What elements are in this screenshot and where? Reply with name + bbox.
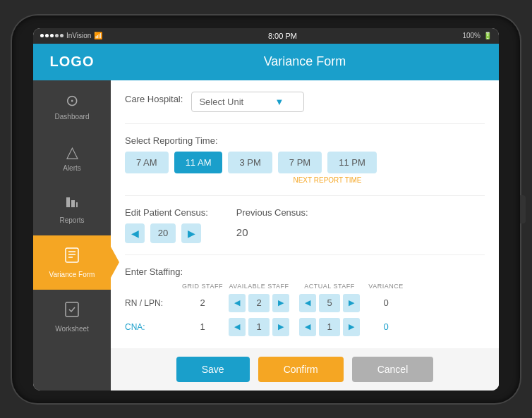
reporting-time-section: Select Reporting Time: 7 AM 11 AM 3 PM 7…	[125, 135, 485, 196]
cna-grid-val: 1	[181, 321, 224, 332]
carrier-label: InVision	[66, 32, 91, 39]
time-btn-7am[interactable]: 7 AM	[125, 152, 169, 173]
dashboard-icon: ⊙	[66, 92, 78, 110]
worksheet-icon	[64, 301, 80, 322]
previous-census-value: 20	[236, 223, 308, 241]
rn-variance-val: 0	[365, 297, 407, 308]
battery-icon: 🔋	[483, 32, 492, 39]
signal-dot	[55, 34, 59, 37]
power-button[interactable]	[520, 195, 526, 223]
app-container: LOGO ⊙ Dashboard △ Alerts	[33, 44, 499, 391]
reporting-time-label: Select Reporting Time:	[125, 135, 485, 146]
cancel-button[interactable]: Cancel	[352, 357, 434, 382]
tablet-screen: InVision 📶 8:00 PM 100% 🔋 LOGO ⊙ Dashboa…	[33, 28, 499, 391]
time-btn-11pm[interactable]: 11 PM	[327, 152, 377, 173]
care-hospital-row: Care Hospital: Select Unit ▼	[125, 92, 485, 112]
time-btn-3pm[interactable]: 3 PM	[228, 152, 272, 173]
cna-actual-increment[interactable]: ▶	[343, 318, 360, 336]
action-buttons: Save Confirm Cancel	[111, 348, 499, 391]
staffing-grid: GRID STAFF AVAILABLE STAFF ACTUAL STAFF …	[125, 283, 485, 336]
cna-label: CNA:	[125, 322, 181, 332]
sidebar-item-worksheet[interactable]: Worksheet	[33, 290, 111, 344]
staffing-label: Enter Staffing:	[125, 266, 485, 277]
census-row: Edit Patient Census: ◀ 20 ▶ Previous Cen…	[125, 207, 485, 243]
census-increment-btn[interactable]: ▶	[181, 223, 201, 243]
cna-available-decrement[interactable]: ◀	[229, 318, 246, 336]
staffing-section: Enter Staffing: GRID STAFF AVAILABLE STA…	[125, 266, 485, 348]
patient-census-value: 20	[150, 223, 176, 243]
alerts-icon: △	[66, 143, 78, 161]
save-button[interactable]: Save	[176, 357, 250, 382]
unit-select-value: Select Unit	[199, 97, 243, 107]
tablet-shell: InVision 📶 8:00 PM 100% 🔋 LOGO ⊙ Dashboa…	[12, 16, 520, 403]
form-area: Care Hospital: Select Unit ▼ Select Repo…	[111, 80, 499, 348]
signal-dot	[60, 34, 64, 37]
care-hospital-section: Care Hospital: Select Unit ▼	[125, 92, 485, 124]
previous-census-label: Previous Census:	[236, 207, 308, 218]
sidebar-item-label: Dashboard	[55, 113, 90, 121]
main-header: Variance Form	[111, 44, 499, 80]
svg-rect-0	[66, 197, 70, 207]
sidebar-item-alerts[interactable]: △ Alerts	[33, 132, 111, 183]
sidebar-item-label: Alerts	[63, 164, 81, 172]
main-content: Variance Form Care Hospital: Select Unit…	[111, 44, 499, 391]
signal-dot	[40, 34, 44, 37]
signal-dot	[50, 34, 54, 37]
patient-census-group: Edit Patient Census: ◀ 20 ▶	[125, 207, 208, 243]
status-time: 8:00 PM	[268, 32, 297, 40]
cna-available-increment[interactable]: ▶	[272, 318, 289, 336]
status-right: 100% 🔋	[462, 32, 492, 39]
staffing-row-cna: CNA: 1 ◀ 1 ▶ ◀ 1 ▶	[125, 318, 485, 336]
variance-form-icon	[64, 247, 80, 268]
cna-actual-val: 1	[319, 318, 340, 336]
rn-available-val: 2	[248, 294, 270, 312]
sidebar: LOGO ⊙ Dashboard △ Alerts	[33, 44, 111, 391]
sidebar-item-variance-form[interactable]: Variance Form	[33, 235, 111, 290]
sidebar-item-dashboard[interactable]: ⊙ Dashboard	[33, 80, 111, 132]
patient-census-label: Edit Patient Census:	[125, 207, 208, 218]
cna-variance-val: 0	[365, 321, 407, 332]
status-bar: InVision 📶 8:00 PM 100% 🔋	[33, 28, 499, 44]
rn-available-increment[interactable]: ▶	[272, 294, 289, 312]
rn-actual-val: 5	[319, 294, 340, 312]
sidebar-item-label: Reports	[59, 216, 84, 224]
care-hospital-label: Care Hospital:	[125, 94, 183, 104]
page-title: Variance Form	[264, 54, 346, 69]
rn-actual-stepper: ◀ 5 ▶	[294, 294, 365, 312]
rn-actual-increment[interactable]: ▶	[343, 294, 360, 312]
chevron-down-icon: ▼	[275, 97, 284, 107]
next-report-label: NEXT REPORT TIME	[170, 176, 485, 184]
confirm-button[interactable]: Confirm	[258, 357, 344, 382]
signal-dots	[40, 34, 64, 37]
time-buttons: 7 AM 11 AM 3 PM 7 PM 11 PM	[125, 152, 485, 173]
battery-percent: 100%	[462, 32, 480, 39]
time-btn-11am[interactable]: 11 AM	[174, 152, 223, 173]
time-btn-7pm[interactable]: 7 PM	[278, 152, 322, 173]
grid-staff-col-header: GRID STAFF	[181, 283, 224, 290]
reports-icon	[64, 195, 80, 214]
available-staff-col-header: AVAILABLE STAFF	[224, 283, 294, 290]
svg-rect-3	[66, 248, 78, 262]
wifi-icon: 📶	[94, 32, 102, 39]
sidebar-item-label: Worksheet	[55, 325, 89, 333]
staffing-header-row: GRID STAFF AVAILABLE STAFF ACTUAL STAFF …	[125, 283, 485, 290]
svg-rect-2	[76, 202, 78, 207]
census-decrement-btn[interactable]: ◀	[125, 223, 145, 243]
sidebar-item-label: Variance Form	[49, 271, 95, 278]
unit-select[interactable]: Select Unit ▼	[191, 92, 304, 112]
rn-grid-val: 2	[181, 297, 224, 308]
svg-rect-7	[66, 302, 78, 316]
census-section: Edit Patient Census: ◀ 20 ▶ Previous Cen…	[125, 207, 485, 255]
previous-census-group: Previous Census: 20	[236, 207, 308, 241]
variance-col-header: VARIANCE	[365, 283, 407, 290]
staffing-row-rn: RN / LPN: 2 ◀ 2 ▶ ◀ 5 ▶	[125, 294, 485, 312]
svg-rect-1	[71, 200, 75, 207]
rn-available-decrement[interactable]: ◀	[229, 294, 246, 312]
cna-actual-stepper: ◀ 1 ▶	[294, 318, 365, 336]
status-left: InVision 📶	[40, 32, 102, 39]
rn-actual-decrement[interactable]: ◀	[299, 294, 316, 312]
signal-dot	[45, 34, 49, 37]
cna-actual-decrement[interactable]: ◀	[299, 318, 316, 336]
sidebar-item-reports[interactable]: Reports	[33, 183, 111, 235]
sidebar-logo: LOGO	[33, 44, 111, 80]
